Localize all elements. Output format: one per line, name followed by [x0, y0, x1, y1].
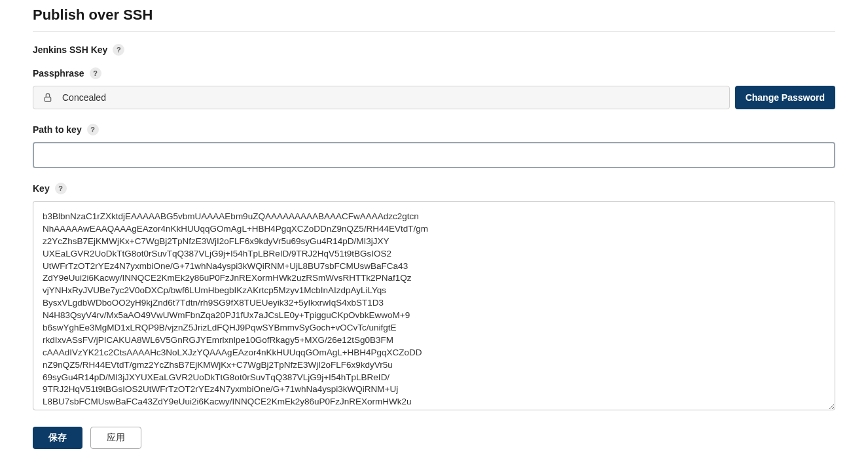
- save-button[interactable]: 保存: [33, 427, 82, 449]
- path-to-key-label-text: Path to key: [33, 124, 82, 135]
- key-label-text: Key: [33, 183, 50, 194]
- field-path-to-key: Path to key ?: [33, 124, 835, 168]
- key-textarea[interactable]: [33, 201, 835, 410]
- path-to-key-label: Path to key ?: [33, 124, 835, 135]
- help-icon[interactable]: ?: [113, 44, 124, 56]
- field-passphrase: Passphrase ? Concealed Change Password: [33, 67, 835, 109]
- help-icon[interactable]: ?: [55, 183, 67, 194]
- svg-rect-0: [45, 97, 50, 101]
- section-label-text: Jenkins SSH Key: [33, 45, 107, 55]
- key-label: Key ?: [33, 183, 835, 194]
- help-icon[interactable]: ?: [90, 67, 101, 79]
- path-to-key-input[interactable]: [33, 142, 835, 168]
- section-label-jenkins-ssh-key: Jenkins SSH Key ?: [33, 44, 835, 56]
- passphrase-label: Passphrase ?: [33, 67, 835, 79]
- passphrase-concealed-box: Concealed: [33, 86, 730, 109]
- change-password-button[interactable]: Change Password: [735, 86, 835, 109]
- field-key: Key ?: [33, 183, 835, 412]
- footer-buttons: 保存 应用: [33, 427, 835, 449]
- lock-icon: [43, 92, 53, 103]
- page-title: Publish over SSH: [33, 0, 835, 32]
- help-icon[interactable]: ?: [87, 124, 99, 135]
- passphrase-concealed-text: Concealed: [62, 92, 106, 103]
- passphrase-label-text: Passphrase: [33, 68, 84, 79]
- apply-button[interactable]: 应用: [90, 427, 141, 449]
